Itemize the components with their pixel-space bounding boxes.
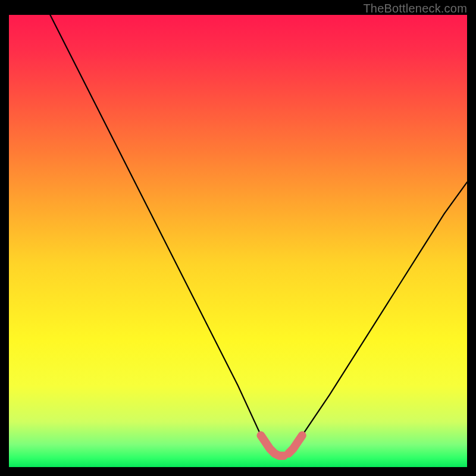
- highlight-right: [289, 436, 302, 453]
- highlight-left: [261, 436, 284, 456]
- plot-area: [9, 15, 467, 467]
- watermark-text: TheBottleneck.com: [363, 2, 467, 15]
- chart-svg: [9, 15, 467, 467]
- main-curve: [50, 15, 467, 456]
